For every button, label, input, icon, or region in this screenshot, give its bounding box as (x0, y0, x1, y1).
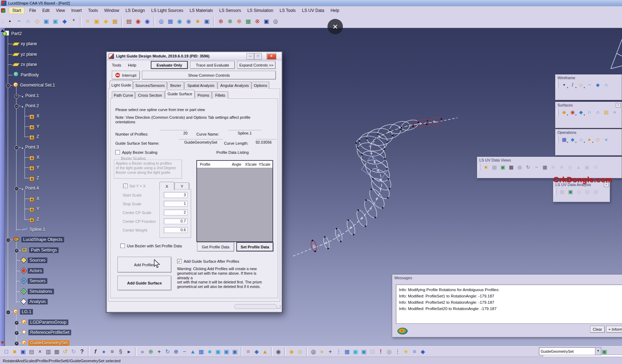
subtab-path-curve[interactable]: Path Curve (112, 91, 135, 99)
circle-icon[interactable]: ∩ (602, 81, 610, 89)
geometry-set-combobox[interactable]: GuideGeometrySet ▼ (539, 347, 601, 355)
view-right-icon[interactable]: ▣ (51, 17, 60, 26)
axis-orange-icon[interactable]: ⊕ (235, 17, 244, 26)
ring-view-icon[interactable]: ◎ (515, 163, 524, 171)
menu-ls-simulation[interactable]: LS Simulation (244, 7, 276, 14)
tree-item-point-1[interactable]: Point.1 (22, 92, 39, 99)
weight-icon[interactable]: ▲ (261, 348, 269, 356)
panel-close-icon[interactable]: × (616, 103, 621, 108)
fit-all-icon[interactable]: ⊕ (147, 348, 155, 356)
shrink-data-icon[interactable]: ◎ (566, 163, 574, 171)
tree-item-sources[interactable]: Sources (22, 257, 47, 264)
tree-item-y[interactable]: BY (29, 164, 39, 171)
cut-icon[interactable]: × (36, 348, 44, 356)
dialog-resize-grip[interactable] (277, 305, 280, 309)
tree-item-point-2[interactable]: Point.2 (22, 102, 39, 109)
menu-ls-design[interactable]: LS Design (122, 7, 148, 14)
ruler-icon[interactable]: ≡ (244, 348, 252, 356)
tree-item-yz-plane[interactable]: yz plane (13, 51, 37, 58)
simulation-print-icon[interactable]: ▤ (124, 17, 134, 26)
sketcher-icon[interactable]: ◆ (60, 17, 69, 26)
chamfer-icon[interactable]: ●▾ (585, 136, 594, 143)
line-icon[interactable]: /▾ (568, 81, 577, 89)
copy-icon[interactable]: ▥ (44, 348, 53, 356)
get-profile-data-button[interactable]: Get Profile Data (197, 242, 234, 252)
undo-view-icon[interactable]: ↺ (591, 163, 600, 171)
tree-item-x[interactable]: BX (29, 195, 39, 202)
zoom-out-icon[interactable]: − (180, 348, 189, 356)
curve-name-field[interactable]: Spline.1 (228, 130, 262, 136)
apply-bezier-scaling-checkbox[interactable] (115, 150, 120, 154)
tree-item-z[interactable]: BZ (29, 133, 39, 140)
light-source-icon[interactable]: ¤ (83, 17, 92, 26)
flag-icon[interactable]: ◆ (419, 348, 427, 356)
help-cursor-icon[interactable]: ? (78, 348, 86, 356)
wire-view-icon[interactable]: ▣ (222, 348, 231, 356)
subtab-fillets[interactable]: Fillets (212, 91, 228, 99)
menu-edit[interactable]: Edit (39, 7, 53, 14)
tree-item-xy-plane[interactable]: xy plane (13, 40, 37, 47)
menu-ls-sensors[interactable]: LS Sensors (216, 7, 244, 14)
scale-view-icon[interactable]: ⊕ (549, 163, 557, 171)
measure-icon[interactable]: ◆ (252, 348, 261, 356)
lock-icon[interactable]: § (116, 348, 125, 356)
open-data-icon[interactable]: ■ (482, 163, 490, 171)
shade-view-icon[interactable]: ▣ (214, 348, 222, 356)
tab-options[interactable]: Options (252, 82, 269, 89)
tree-item-analysis[interactable]: Analysis (22, 298, 48, 305)
tree-item-lucidshape-objects[interactable]: LucidShape Objects (13, 236, 64, 243)
menu-file[interactable]: File (26, 7, 39, 14)
tree-scroll-down-icon[interactable] (1, 342, 4, 344)
graph-a-icon[interactable]: ▤ (583, 188, 591, 195)
point-icon[interactable]: •▾ (560, 81, 568, 89)
guide-surface-set-name-field[interactable]: GuideGeometrySet (179, 139, 223, 145)
grid-bars-icon[interactable]: ▦ (166, 17, 175, 26)
scale-input-center-weight[interactable]: 0.6 (164, 227, 188, 233)
tree-item-spline-1[interactable]: Spline.1 (22, 226, 45, 233)
formula-icon[interactable]: f (91, 348, 100, 356)
dialog-hscrollbar[interactable] (234, 304, 277, 309)
axis-grid-icon[interactable]: ▦ (244, 17, 253, 26)
panel-grip[interactable] (479, 164, 480, 171)
light-box-icon[interactable]: ▣ (92, 17, 101, 26)
tree-item-guidegeometryset[interactable]: GuideGeometrySet (22, 339, 69, 346)
menu-insert[interactable]: Insert (68, 7, 85, 14)
scale-input-start-scale[interactable]: 3 (164, 192, 188, 198)
iso-view-icon[interactable]: ■ (205, 348, 214, 356)
paste-icon[interactable]: ▦ (53, 348, 61, 356)
tree-item-actors[interactable]: Actors (22, 267, 43, 274)
axis-cross-icon[interactable]: ⊗ (253, 17, 262, 26)
show-common-controls-button[interactable]: Show Common Controls (142, 71, 276, 80)
set-profile-data-button[interactable]: Set Profile Data (236, 242, 273, 252)
color-analysis-icon[interactable]: ▣ (566, 188, 575, 195)
add-guide-surface-button[interactable]: Add Guide Surface (117, 276, 171, 290)
menu-help[interactable]: Help (327, 7, 343, 14)
open-icon[interactable]: ■ (11, 348, 19, 356)
sensor-sphere-icon[interactable]: ◉ (175, 17, 184, 26)
zoom-data-icon[interactable]: ⊕ (557, 163, 566, 171)
simulation-run-icon[interactable]: ◉ (134, 17, 143, 26)
interrupt-button[interactable]: Interrupt (112, 71, 140, 80)
light-catalog-icon[interactable]: ▦ (110, 17, 120, 26)
subtab-prisms[interactable]: Prisms (195, 91, 212, 99)
axis-system-icon[interactable]: + (326, 348, 334, 356)
globe-icon[interactable]: ◎ (157, 17, 166, 26)
options-icon[interactable]: ▸ (125, 348, 133, 356)
split-icon[interactable]: ◆▾ (568, 136, 577, 143)
structure-icon[interactable]: ⋮ (334, 348, 343, 356)
add-guide-surface-after-checkbox[interactable]: ✓ (177, 259, 182, 263)
paint-icon[interactable]: ◆ (288, 348, 296, 356)
tree-toggle-icon[interactable]: ⋮ (393, 348, 402, 356)
light-emit-icon[interactable]: ◆ (101, 17, 110, 26)
camera-icon[interactable]: ◉ (274, 348, 283, 356)
subtab-cross-section[interactable]: Cross Section (135, 91, 165, 99)
curve-view-icon[interactable]: ~ (532, 163, 541, 171)
dialog-restore-button[interactable]: □ (254, 53, 262, 60)
projection-curve-icon[interactable]: ~ (585, 81, 594, 89)
add-profiles-button[interactable]: Add Profiles (117, 257, 171, 273)
multi-view-icon[interactable]: ▦ (197, 348, 205, 356)
round-analysis-icon[interactable]: ◎ (575, 188, 583, 195)
menu-ls-tools[interactable]: LS Tools (276, 7, 299, 14)
revolve-icon[interactable]: ◉▾ (568, 108, 577, 116)
rotate-icon[interactable]: ↻ (163, 348, 172, 356)
